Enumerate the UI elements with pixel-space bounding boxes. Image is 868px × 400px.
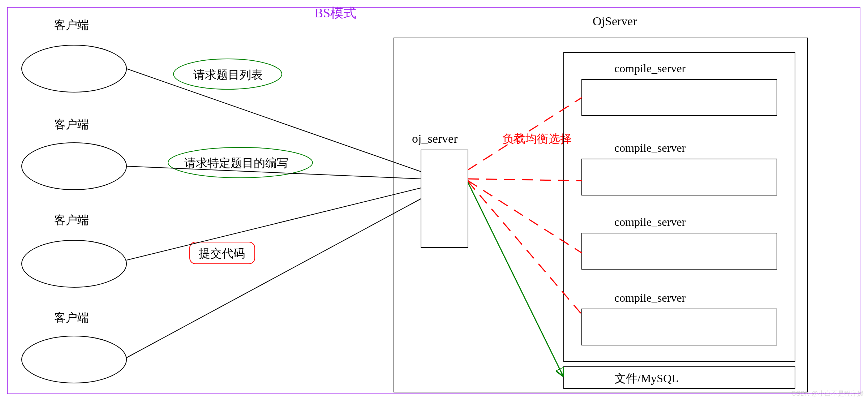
ojserver-group-box <box>394 38 808 392</box>
diagram-canvas: BS模式 客户端 客户端 客户端 客户端 请求题目列表 请求特定题目的编写 提交… <box>0 0 868 400</box>
compile-2-box <box>582 159 777 195</box>
client-1-label: 客户端 <box>54 18 89 31</box>
line-client4-oj <box>126 199 421 358</box>
storage-label: 文件/MySQL <box>614 372 679 385</box>
client-3-ellipse <box>22 240 126 287</box>
client-4-ellipse <box>22 336 126 383</box>
client-3-label: 客户端 <box>54 214 89 227</box>
title-label: BS模式 <box>314 6 356 20</box>
compile-2-label: compile_server <box>614 141 686 154</box>
line-oj-compile2 <box>468 179 582 181</box>
request-detail-label: 请求特定题目的编写 <box>184 156 288 169</box>
compile-3-label: compile_server <box>614 215 686 228</box>
oj-server-box <box>421 150 468 248</box>
ojserver-group-label: OjServer <box>593 14 637 28</box>
compile-1-label: compile_server <box>614 62 686 75</box>
line-oj-compile4 <box>468 181 582 314</box>
client-4-label: 客户端 <box>54 311 89 324</box>
outer-frame <box>7 7 860 394</box>
request-list-label: 请求题目列表 <box>193 68 263 81</box>
compile-cluster-box <box>564 52 795 361</box>
line-client3-oj <box>126 188 421 260</box>
client-1-ellipse <box>22 45 126 92</box>
storage-box <box>564 367 795 388</box>
oj-server-label: oj_server <box>412 132 458 145</box>
load-balance-label: 负载均衡选择 <box>502 132 572 145</box>
client-2-label: 客户端 <box>54 118 89 131</box>
compile-1-box <box>582 79 777 116</box>
submit-code-label: 提交代码 <box>199 247 245 260</box>
compile-4-box <box>582 309 777 345</box>
compile-3-box <box>582 233 777 269</box>
client-2-ellipse <box>22 143 126 190</box>
compile-4-label: compile_server <box>614 291 686 304</box>
watermark: CSDN @小白不是程序媛 <box>791 389 864 398</box>
